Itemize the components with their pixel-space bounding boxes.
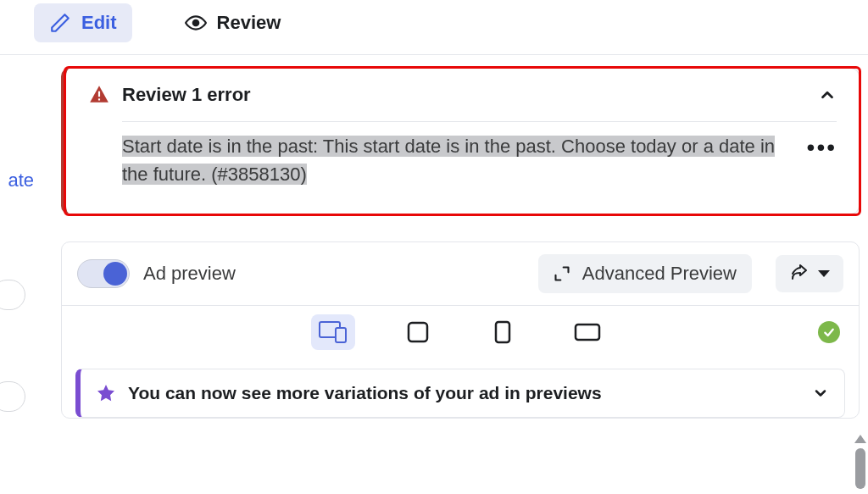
advanced-preview-label: Advanced Preview: [582, 263, 737, 285]
top-tabs: Edit Review: [0, 0, 868, 54]
chevron-down-icon[interactable]: [812, 385, 829, 402]
info-card[interactable]: You can now see more variations of your …: [75, 369, 845, 418]
svg-rect-2: [98, 98, 100, 100]
svg-rect-4: [336, 328, 346, 342]
star-icon: [96, 383, 116, 403]
scroll-thumb[interactable]: [855, 448, 865, 489]
cutoff-pill-1: [0, 280, 25, 310]
svg-rect-7: [576, 325, 599, 340]
ad-preview-label: Ad preview: [143, 263, 525, 285]
svg-rect-5: [409, 323, 427, 341]
error-message: Start date is in the past: This start da…: [122, 136, 775, 185]
tabs-divider: [0, 54, 868, 55]
advanced-preview-button[interactable]: Advanced Preview: [538, 254, 752, 293]
warning-icon: [88, 84, 110, 106]
scrollbar[interactable]: [854, 435, 866, 489]
svg-rect-1: [98, 92, 100, 97]
error-more-menu[interactable]: •••: [807, 132, 837, 159]
pencil-icon: [49, 12, 71, 34]
ad-preview-panel: Ad preview Advanced Preview: [61, 241, 860, 419]
svg-rect-6: [496, 322, 509, 342]
expand-icon: [554, 265, 570, 282]
preview-top-row: Ad preview Advanced Preview: [62, 242, 859, 305]
error-divider: [122, 121, 837, 122]
share-button[interactable]: [776, 255, 843, 292]
svg-point-0: [192, 20, 198, 26]
caret-down-icon: [818, 270, 830, 277]
eye-icon: [185, 12, 207, 34]
toggle-knob: [103, 262, 127, 286]
tab-review[interactable]: Review: [170, 3, 297, 42]
cutoff-text-date: ate: [0, 169, 34, 191]
device-all-button[interactable]: [311, 314, 355, 350]
tab-review-label: Review: [217, 12, 281, 34]
scroll-up-icon[interactable]: [854, 435, 866, 443]
error-card: Review 1 error Start date is in the past…: [61, 68, 860, 214]
device-landscape-button[interactable]: [565, 314, 609, 350]
share-icon: [789, 264, 810, 284]
error-message-wrap: Start date is in the past: This start da…: [122, 132, 792, 188]
chevron-up-icon[interactable]: [818, 86, 837, 104]
device-row: [62, 306, 859, 358]
device-portrait-button[interactable]: [481, 314, 525, 350]
status-check: [818, 321, 840, 343]
error-title: Review 1 error: [122, 84, 251, 106]
ad-preview-toggle[interactable]: [77, 259, 130, 288]
cutoff-pill-2: [0, 381, 25, 412]
info-title: You can now see more variations of your …: [128, 383, 800, 403]
tab-edit-label: Edit: [81, 12, 117, 34]
check-icon: [818, 321, 840, 343]
error-header[interactable]: Review 1 error: [88, 84, 837, 106]
device-square-button[interactable]: [396, 314, 440, 350]
tab-edit[interactable]: Edit: [34, 3, 132, 42]
